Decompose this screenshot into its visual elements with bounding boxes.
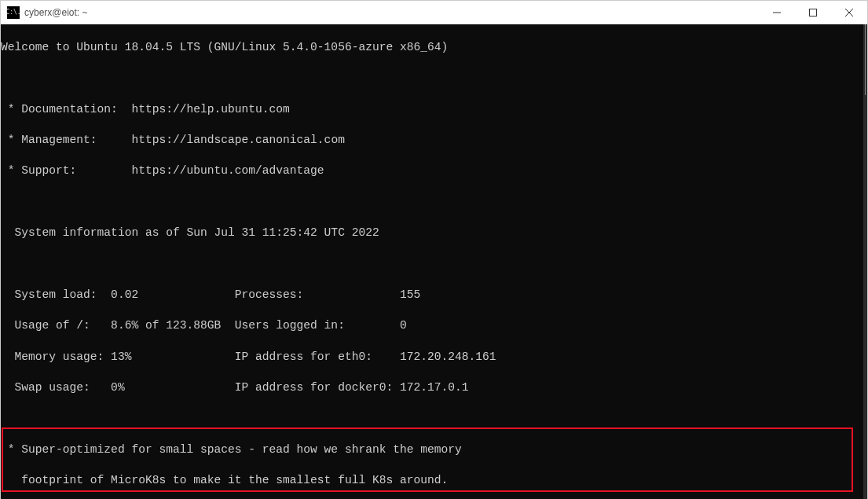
maximize-icon (809, 9, 817, 17)
close-icon (845, 9, 853, 17)
motd-support: * Support: https://ubuntu.com/advantage (1, 163, 863, 179)
blank (1, 195, 863, 211)
sysinfo-row: System load: 0.02 Processes: 155 (1, 288, 863, 303)
svg-rect-1 (810, 9, 817, 16)
window-title: cyberx@eiot: ~ (24, 7, 88, 18)
sysinfo-row: Memory usage: 13% IP address for eth0: 1… (1, 350, 863, 365)
app-window: C:\. cyberx@eiot: ~ Welcome to Ubuntu 18… (0, 0, 868, 499)
terminal-icon: C:\. (7, 6, 20, 19)
label: * Documentation: (1, 103, 131, 116)
blank (1, 412, 863, 427)
client-area: Welcome to Ubuntu 18.04.5 LTS (GNU/Linux… (1, 24, 867, 499)
sysinfo-row: Swap usage: 0% IP address for docker0: 1… (1, 380, 863, 396)
sysinfo-header: System information as of Sun Jul 31 11:2… (1, 226, 863, 241)
url: https://landscape.canonical.com (131, 134, 345, 146)
minimize-icon (773, 9, 781, 17)
motd-mgmt: * Management: https://landscape.canonica… (1, 133, 863, 149)
label: * Management: (1, 134, 131, 146)
titlebar[interactable]: C:\. cyberx@eiot: ~ (1, 1, 867, 24)
url: https://ubuntu.com/advantage (131, 164, 324, 177)
motd-welcome: Welcome to Ubuntu 18.04.5 LTS (GNU/Linux… (1, 40, 863, 56)
scrollbar-thumb[interactable] (865, 24, 866, 95)
url: https://help.ubuntu.com (131, 103, 289, 116)
motd-opt: footprint of MicroK8s to make it the sma… (1, 473, 863, 489)
motd-opt: * Super-optimized for small spaces - rea… (1, 442, 863, 458)
blank (1, 257, 863, 273)
close-button[interactable] (831, 1, 867, 24)
scrollbar[interactable] (863, 24, 867, 499)
sysinfo-row: Usage of /: 8.6% of 123.88GB Users logge… (1, 318, 863, 334)
minimize-button[interactable] (759, 1, 795, 24)
scrollbar-track[interactable] (863, 24, 867, 499)
blank (1, 71, 863, 86)
motd-doc: * Documentation: https://help.ubuntu.com (1, 102, 863, 118)
maximize-button[interactable] (795, 1, 831, 24)
terminal[interactable]: Welcome to Ubuntu 18.04.5 LTS (GNU/Linux… (1, 24, 863, 499)
label: * Support: (1, 164, 131, 177)
